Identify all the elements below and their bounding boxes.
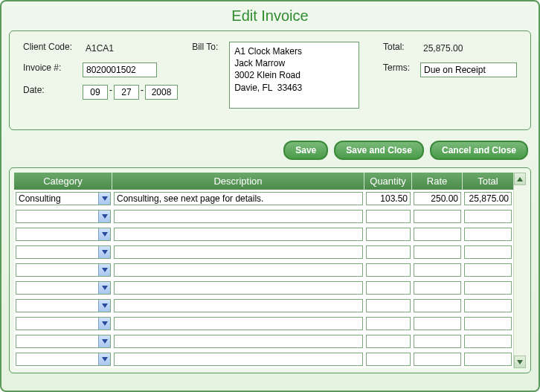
category-select[interactable]: Consulting <box>16 192 111 205</box>
description-input[interactable] <box>114 353 363 366</box>
category-value: Consulting <box>16 193 98 205</box>
quantity-input[interactable] <box>366 192 411 205</box>
quantity-input[interactable] <box>366 228 411 241</box>
description-input[interactable] <box>114 299 363 312</box>
quantity-input[interactable] <box>366 281 411 295</box>
description-input[interactable] <box>114 281 363 295</box>
grid-row <box>14 225 513 243</box>
quantity-input[interactable] <box>366 263 411 277</box>
category-select[interactable] <box>16 353 111 366</box>
rate-input[interactable] <box>414 210 461 223</box>
rate-input[interactable] <box>414 281 461 295</box>
line-total-input[interactable] <box>464 299 512 312</box>
bill-to-textarea[interactable]: A1 Clock Makers Jack Marrow 3002 Klein R… <box>229 42 359 109</box>
save-button[interactable]: Save <box>283 141 328 160</box>
header-panel: Client Code: A1CA1 Invoice #: Date: - - … <box>9 30 531 130</box>
grid-row <box>14 350 513 368</box>
rate-input[interactable] <box>414 353 461 366</box>
rate-input[interactable] <box>414 192 461 205</box>
grid-row <box>14 315 513 332</box>
dropdown-button[interactable] <box>98 300 110 312</box>
scroll-up-button[interactable] <box>514 173 526 185</box>
line-items-panel: Category Description Quantity Rate Total… <box>9 167 531 373</box>
chevron-down-icon <box>102 303 108 308</box>
quantity-input[interactable] <box>366 299 411 312</box>
scroll-track[interactable] <box>514 185 526 356</box>
line-total-input[interactable] <box>464 335 512 348</box>
category-select[interactable] <box>16 263 111 277</box>
date-month-input[interactable] <box>83 85 108 100</box>
dropdown-button[interactable] <box>98 264 110 276</box>
page-title: Edit Invoice <box>9 7 531 25</box>
rate-input[interactable] <box>414 228 461 241</box>
date-year-input[interactable] <box>145 85 178 100</box>
line-total-input[interactable] <box>464 245 512 259</box>
quantity-input[interactable] <box>366 245 411 259</box>
quantity-input[interactable] <box>366 353 411 366</box>
chevron-down-icon <box>102 339 108 344</box>
chevron-down-icon <box>102 321 108 326</box>
description-input[interactable] <box>114 228 363 241</box>
dropdown-button[interactable] <box>98 335 110 347</box>
svg-marker-4 <box>102 268 108 272</box>
category-select[interactable] <box>16 228 111 241</box>
grid-header: Category Description Quantity Rate Total <box>14 173 513 190</box>
quantity-input[interactable] <box>366 335 411 348</box>
category-select[interactable] <box>16 245 111 259</box>
chevron-down-icon <box>102 250 108 254</box>
category-select[interactable] <box>16 335 111 348</box>
description-input[interactable] <box>114 210 363 223</box>
svg-marker-6 <box>102 303 108 308</box>
line-total-input[interactable] <box>464 192 512 205</box>
col-header-description: Description <box>112 173 364 190</box>
description-input[interactable] <box>114 245 363 259</box>
chevron-down-icon <box>102 232 108 237</box>
quantity-input[interactable] <box>366 317 411 330</box>
grid-row <box>14 243 513 261</box>
rate-input[interactable] <box>414 299 461 312</box>
chevron-down-icon <box>102 196 108 201</box>
dropdown-button[interactable] <box>98 318 110 330</box>
description-input[interactable] <box>114 192 363 205</box>
category-select[interactable] <box>16 210 111 223</box>
rate-input[interactable] <box>414 317 461 330</box>
dropdown-button[interactable] <box>98 282 110 294</box>
category-select[interactable] <box>16 281 111 295</box>
client-code-label: Client Code: <box>23 42 83 52</box>
quantity-input[interactable] <box>366 210 411 223</box>
date-day-input[interactable] <box>114 85 139 100</box>
line-total-input[interactable] <box>464 210 512 223</box>
dropdown-button[interactable] <box>98 353 110 365</box>
description-input[interactable] <box>114 317 363 330</box>
scroll-down-button[interactable] <box>514 356 526 368</box>
grid-row <box>14 332 513 350</box>
grid-scrollbar[interactable] <box>513 173 526 368</box>
chevron-down-icon <box>102 268 108 272</box>
chevron-down-icon <box>102 357 108 362</box>
svg-marker-3 <box>102 250 108 254</box>
line-total-input[interactable] <box>464 353 512 366</box>
line-total-input[interactable] <box>464 263 512 277</box>
dropdown-button[interactable] <box>98 228 110 240</box>
category-value <box>16 211 98 222</box>
cancel-and-close-button[interactable]: Cancel and Close <box>430 141 528 160</box>
rate-input[interactable] <box>414 245 461 259</box>
description-input[interactable] <box>114 263 363 277</box>
grid-row <box>14 279 513 297</box>
save-and-close-button[interactable]: Save and Close <box>334 141 424 160</box>
dropdown-button[interactable] <box>98 246 110 258</box>
rate-input[interactable] <box>414 335 461 348</box>
grid-row: Consulting <box>14 190 513 208</box>
terms-input[interactable] <box>420 62 517 77</box>
dropdown-button[interactable] <box>98 193 110 205</box>
description-input[interactable] <box>114 335 363 348</box>
line-total-input[interactable] <box>464 317 512 330</box>
dropdown-button[interactable] <box>98 211 110 222</box>
category-value <box>16 353 98 365</box>
category-select[interactable] <box>16 317 111 330</box>
invoice-number-input[interactable] <box>83 62 157 77</box>
line-total-input[interactable] <box>464 228 512 241</box>
rate-input[interactable] <box>414 263 461 277</box>
line-total-input[interactable] <box>464 281 512 295</box>
category-select[interactable] <box>16 299 111 312</box>
